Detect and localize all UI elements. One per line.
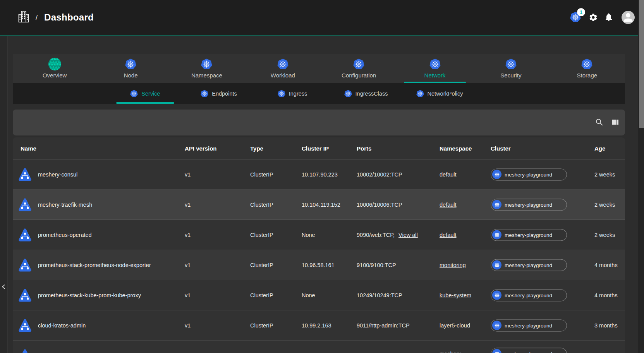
cluster-ip: 10.104.119.152 [302, 202, 340, 208]
tab-label: Node [124, 72, 138, 79]
service-resource-icon [19, 319, 31, 332]
kubernetes-context-badge: 1 [577, 8, 585, 16]
kubernetes-icon [201, 90, 208, 98]
column-header-cluster[interactable]: Cluster [491, 145, 511, 152]
kubernetes-icon [492, 200, 501, 209]
subtab-label: Service [141, 91, 160, 97]
subtab-label: IngressClass [355, 91, 388, 97]
table-row[interactable]: prometheus-operatedv1ClusterIPNone9090/w… [13, 220, 625, 250]
cluster-chip[interactable]: meshery-playground [491, 229, 567, 241]
cluster-name: meshery-playground [505, 262, 552, 268]
table-row[interactable]: meshery-consulv1ClusterIP10.107.90.22310… [13, 159, 625, 190]
cluster-name: meshery-playground [505, 202, 552, 207]
notifications-bell-icon[interactable] [604, 12, 613, 22]
column-header-type[interactable]: Type [250, 145, 263, 152]
service-name: meshery-traefik-mesh [38, 202, 92, 208]
kubernetes-icon [201, 58, 212, 70]
ports-value: 9090/web:TCP, [357, 232, 395, 238]
kubernetes-icon [492, 170, 501, 179]
scrollbar-thumb[interactable] [639, 0, 644, 128]
cluster-chip[interactable]: meshery-playground [491, 168, 567, 180]
service-resource-icon [19, 198, 31, 211]
cluster-ip: None [302, 232, 315, 238]
kubernetes-icon [505, 58, 517, 70]
cluster-chip[interactable]: meshery-playground [491, 289, 567, 301]
table-row[interactable]: cloud-kratos-adminv1ClusterIP10.99.2.163… [13, 310, 625, 341]
cluster-ip: None [302, 292, 315, 298]
ports-value: 9011/http-admin:TCP [357, 322, 410, 329]
subtab-label: NetworkPolicy [428, 91, 463, 97]
search-icon[interactable] [595, 118, 604, 127]
column-header-name[interactable]: Name [21, 145, 36, 152]
subtab-networkpolicy[interactable]: NetworkPolicy [403, 83, 476, 104]
ports-value: 10006/10006:TCP [357, 202, 402, 208]
table-row[interactable]: mesherymeshery-playground [13, 341, 625, 353]
service-resource-icon [19, 258, 31, 272]
settings-gear-icon[interactable] [589, 13, 598, 22]
subtab-ingressclass[interactable]: IngressClass [329, 83, 403, 104]
chevron-left-icon[interactable] [0, 283, 7, 292]
ports-cell: 9011/http-admin:TCP [357, 322, 410, 329]
service-name: prometheus-stack-kube-prom-kube-proxy [38, 292, 141, 298]
namespace-link[interactable]: default [440, 232, 457, 238]
ports-cell: 10249/10249:TCP [357, 292, 402, 298]
namespace-link[interactable]: default [440, 202, 457, 208]
tab-network[interactable]: Network [397, 54, 473, 83]
table-row[interactable]: prometheus-stack-prometheus-node-exporte… [13, 250, 625, 280]
ports-value: 9100/9100:TCP [357, 262, 396, 268]
cluster-name: meshery-playground [505, 292, 552, 298]
subtab-service[interactable]: Service [108, 83, 182, 104]
tab-workload[interactable]: Workload [245, 54, 321, 83]
tab-configuration[interactable]: Configuration [321, 54, 397, 83]
services-table: NameAPI versionTypeCluster IPPortsNamesp… [13, 137, 625, 353]
column-header-ports[interactable]: Ports [357, 145, 371, 152]
table-row[interactable]: meshery-traefik-meshv1ClusterIP10.104.11… [13, 190, 625, 220]
tab-node[interactable]: Node [93, 54, 168, 83]
kubernetes-icon [492, 230, 501, 240]
tab-storage[interactable]: Storage [549, 54, 625, 83]
page-title: Dashboard [44, 0, 94, 35]
cluster-chip[interactable]: meshery-playground [491, 348, 567, 353]
accent-divider [0, 35, 644, 36]
api-version: v1 [185, 262, 191, 268]
view-all-ports-link[interactable]: View all [398, 232, 418, 238]
kubernetes-icon [492, 349, 501, 353]
namespace-link[interactable]: layer5-cloud [440, 322, 470, 329]
tab-label: Overview [43, 72, 67, 79]
service-name: cloud-kratos-admin [38, 322, 86, 329]
top-app-bar [0, 0, 644, 35]
user-avatar[interactable] [622, 11, 635, 24]
meshery-logo-icon [48, 57, 62, 71]
subtab-ingress[interactable]: Ingress [256, 83, 329, 104]
tab-security[interactable]: Security [473, 54, 549, 83]
kubernetes-icon [277, 58, 289, 70]
cluster-name: meshery-playground [505, 351, 552, 353]
tab-overview[interactable]: Overview [17, 54, 93, 83]
column-header-namespace[interactable]: Namespace [440, 145, 472, 152]
cluster-ip: 10.96.58.161 [302, 262, 335, 268]
table-row[interactable]: prometheus-stack-kube-prom-kube-proxyv1C… [13, 280, 625, 310]
age-value: 2 weeks [594, 202, 615, 208]
namespace-link[interactable]: default [440, 171, 457, 178]
namespace-link[interactable]: kube-system [440, 292, 471, 298]
column-header-cluster-ip[interactable]: Cluster IP [302, 145, 329, 152]
column-header-age[interactable]: Age [594, 145, 605, 152]
column-header-api-version[interactable]: API version [185, 145, 217, 152]
breadcrumb-separator: / [36, 0, 38, 35]
tab-label: Storage [577, 72, 598, 79]
namespace-link[interactable]: meshery [440, 351, 461, 353]
namespace-link[interactable]: monitoring [440, 262, 466, 268]
kubernetes-icon [344, 90, 352, 98]
organization-building-icon[interactable] [18, 10, 29, 24]
tab-namespace[interactable]: Namespace [169, 54, 245, 83]
service-name: prometheus-stack-prometheus-node-exporte… [38, 262, 151, 268]
cluster-chip[interactable]: meshery-playground [491, 319, 567, 331]
tab-label: Security [500, 72, 521, 79]
kubernetes-icon [278, 90, 285, 98]
subtab-endpoints[interactable]: Endpoints [182, 83, 256, 104]
kubernetes-icon [492, 321, 501, 330]
cluster-chip[interactable]: meshery-playground [491, 259, 567, 271]
cluster-chip[interactable]: meshery-playground [491, 199, 567, 211]
view-columns-icon[interactable] [610, 118, 620, 127]
table-toolbar [13, 110, 625, 135]
